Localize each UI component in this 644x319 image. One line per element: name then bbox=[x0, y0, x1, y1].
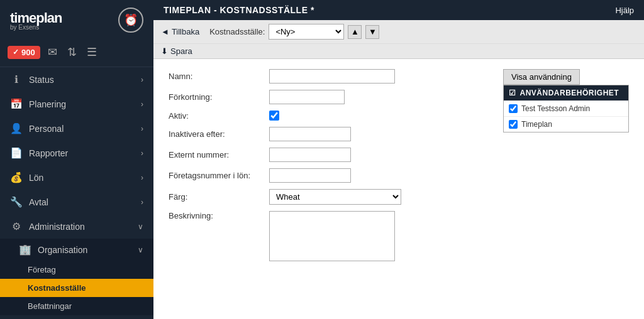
sidebar-item-label: Status bbox=[29, 75, 54, 85]
main-content: TIMEPLAN - KOSTNADSSTÄLLE * Hjälp ◄ Till… bbox=[153, 0, 644, 319]
sidebar-icons-bar: ✓ 900 ✉ ⇅ ☰ bbox=[0, 38, 153, 67]
externt-label: Externt nummer: bbox=[169, 150, 269, 160]
namn-input[interactable] bbox=[269, 69, 395, 84]
toolbar-line1: ◄ Tillbaka Kostnadsställe: <Ny> ▲ ▼ bbox=[153, 20, 644, 44]
move-up-button[interactable]: ▲ bbox=[348, 25, 362, 39]
chevron-right-icon: › bbox=[141, 149, 143, 158]
topbar: TIMEPLAN - KOSTNADSSTÄLLE * Hjälp bbox=[153, 0, 644, 20]
administration-icon: ⚙ bbox=[10, 220, 23, 232]
foretagsnr-row: Företagsnummer i lön: bbox=[169, 168, 478, 183]
save-icon: ⬇ bbox=[161, 46, 168, 56]
sidebar-item-label: Avtal bbox=[29, 197, 48, 207]
aktiv-row: Aktiv: bbox=[169, 111, 478, 121]
forkortning-label: Förkortning: bbox=[169, 92, 269, 102]
namn-label: Namn: bbox=[169, 72, 269, 81]
page-title: TIMEPLAN - KOSTNADSSTÄLLE * bbox=[164, 5, 314, 15]
help-button[interactable]: Hjälp bbox=[615, 6, 634, 15]
rapporter-icon: 📄 bbox=[10, 147, 23, 159]
toolbar-line2: ⬇ Spara bbox=[153, 44, 644, 58]
badge-button[interactable]: ✓ 900 bbox=[8, 46, 40, 59]
form-section: Namn: Förkortning: Aktiv: Inaktivera eft… bbox=[169, 69, 478, 309]
chevron-right-icon: › bbox=[141, 198, 143, 207]
move-down-button[interactable]: ▼ bbox=[365, 25, 379, 39]
kostnadsstalle-select[interactable]: <Ny> bbox=[269, 24, 344, 40]
planering-icon: 📅 bbox=[10, 98, 23, 110]
sidebar-logo: timeplan by Exsens ⏰ bbox=[0, 0, 153, 38]
personal-icon: 👤 bbox=[10, 122, 23, 134]
rights-item-label-0: Test Testsson Admin bbox=[521, 104, 590, 113]
sidebar-nav: ℹ Status › 📅 Planering › 👤 Personal › 📄 … bbox=[0, 67, 153, 319]
foretagsnr-label: Företagsnummer i lön: bbox=[169, 171, 269, 180]
sidebar-item-lon[interactable]: 💰 Lön › bbox=[0, 165, 153, 190]
rights-item-1: Timeplan bbox=[504, 116, 628, 132]
chevron-right-icon: › bbox=[141, 100, 143, 109]
sidebar-item-befattningar[interactable]: Befattningar bbox=[0, 297, 153, 315]
save-button[interactable]: ⬇ Spara bbox=[161, 46, 192, 56]
aktiv-checkbox[interactable] bbox=[269, 111, 279, 121]
rights-header-label: ANVÄNDARBEHÖRIGHET bbox=[520, 89, 619, 97]
forkortning-row: Förkortning: bbox=[169, 90, 478, 104]
chevron-down-icon: ∨ bbox=[138, 246, 143, 254]
sidebar-item-label: Rapporter bbox=[29, 148, 68, 158]
lon-icon: 💰 bbox=[10, 171, 23, 183]
back-button[interactable]: ◄ Tillbaka bbox=[161, 27, 199, 36]
sidebar-item-label: Administration bbox=[29, 222, 85, 232]
externt-row: Externt nummer: bbox=[169, 148, 478, 162]
chevron-right-icon: › bbox=[141, 75, 143, 84]
visa-anvandning-button[interactable]: Visa användning bbox=[503, 69, 580, 85]
beskrivning-label: Beskrivning: bbox=[169, 211, 269, 220]
administration-submenu: 🏢 Organisation ∨ Företag Kostnadsställe … bbox=[0, 239, 153, 315]
sidebar: timeplan by Exsens ⏰ ✓ 900 ✉ ⇅ ☰ ℹ Statu… bbox=[0, 0, 153, 319]
sidebar-item-planering[interactable]: 📅 Planering › bbox=[0, 92, 153, 116]
rights-header: ☑ ANVÄNDARBEHÖRIGHET bbox=[504, 85, 628, 100]
kostnadsstalle-label: Kostnadsställe: bbox=[209, 27, 265, 36]
message-icon[interactable]: ✉ bbox=[45, 43, 60, 62]
badge-count: 900 bbox=[21, 48, 35, 57]
farg-select[interactable]: Wheat White Yellow LightBlue LightGreen … bbox=[269, 189, 401, 205]
sidebar-item-rapporter[interactable]: 📄 Rapporter › bbox=[0, 141, 153, 165]
sidebar-item-personal[interactable]: 👤 Personal › bbox=[0, 116, 153, 141]
chevron-right-icon: › bbox=[141, 124, 143, 133]
sidebar-item-label: Planering bbox=[29, 99, 66, 109]
chevron-down-icon: ∨ bbox=[138, 222, 143, 231]
back-label: Tillbaka bbox=[172, 27, 199, 36]
namn-row: Namn: bbox=[169, 69, 478, 84]
chevron-right-icon: › bbox=[141, 173, 143, 182]
back-arrow-icon: ◄ bbox=[161, 27, 169, 36]
externt-input[interactable] bbox=[269, 148, 351, 162]
rights-checkbox-0[interactable] bbox=[509, 104, 518, 113]
rights-item-0: Test Testsson Admin bbox=[504, 100, 628, 116]
organisation-icon: 🏢 bbox=[19, 244, 31, 256]
content-area: Namn: Förkortning: Aktiv: Inaktivera eft… bbox=[153, 59, 644, 319]
sidebar-item-avtal[interactable]: 🔧 Avtal › bbox=[0, 190, 153, 214]
sidebar-item-status[interactable]: ℹ Status › bbox=[0, 67, 153, 92]
rights-panel: Visa användning ☑ ANVÄNDARBEHÖRIGHET Tes… bbox=[503, 69, 629, 309]
kostnadsstalle-row: Kostnadsställe: <Ny> ▲ ▼ bbox=[209, 24, 379, 40]
sidebar-item-label: Lön bbox=[29, 173, 43, 183]
header-check-icon: ☑ bbox=[509, 89, 516, 97]
rights-checkbox-1[interactable] bbox=[509, 120, 518, 129]
foretagsnr-input[interactable] bbox=[269, 168, 351, 183]
beskrivning-textarea[interactable] bbox=[269, 211, 395, 261]
inaktivera-label: Inaktivera efter: bbox=[169, 129, 269, 139]
save-label: Spara bbox=[170, 46, 192, 56]
rights-item-label-1: Timeplan bbox=[521, 120, 552, 129]
forkortning-input[interactable] bbox=[269, 90, 345, 104]
inaktivera-input[interactable] bbox=[269, 127, 351, 141]
rights-list: ☑ ANVÄNDARBEHÖRIGHET Test Testsson Admin… bbox=[503, 85, 629, 132]
farg-label: Färg: bbox=[169, 192, 269, 202]
beskrivning-row: Beskrivning: bbox=[169, 211, 478, 261]
transfer-icon[interactable]: ⇅ bbox=[65, 43, 79, 62]
sidebar-subgroup-label: Organisation bbox=[38, 245, 87, 255]
sidebar-item-organisation[interactable]: 🏢 Organisation ∨ bbox=[0, 239, 153, 261]
inaktivera-row: Inaktivera efter: bbox=[169, 127, 478, 141]
sidebar-item-foretag[interactable]: Företag bbox=[0, 261, 153, 279]
sidebar-item-label: Personal bbox=[29, 124, 64, 134]
sidebar-item-administration[interactable]: ⚙ Administration ∨ bbox=[0, 214, 153, 239]
check-icon: ✓ bbox=[13, 48, 19, 57]
status-icon: ℹ bbox=[10, 73, 23, 85]
list-icon[interactable]: ☰ bbox=[84, 43, 99, 62]
sidebar-item-kostnadsstalle[interactable]: Kostnadsställe bbox=[0, 279, 153, 297]
aktiv-label: Aktiv: bbox=[169, 111, 269, 121]
toolbar: ◄ Tillbaka Kostnadsställe: <Ny> ▲ ▼ ⬇ Sp… bbox=[153, 20, 644, 59]
